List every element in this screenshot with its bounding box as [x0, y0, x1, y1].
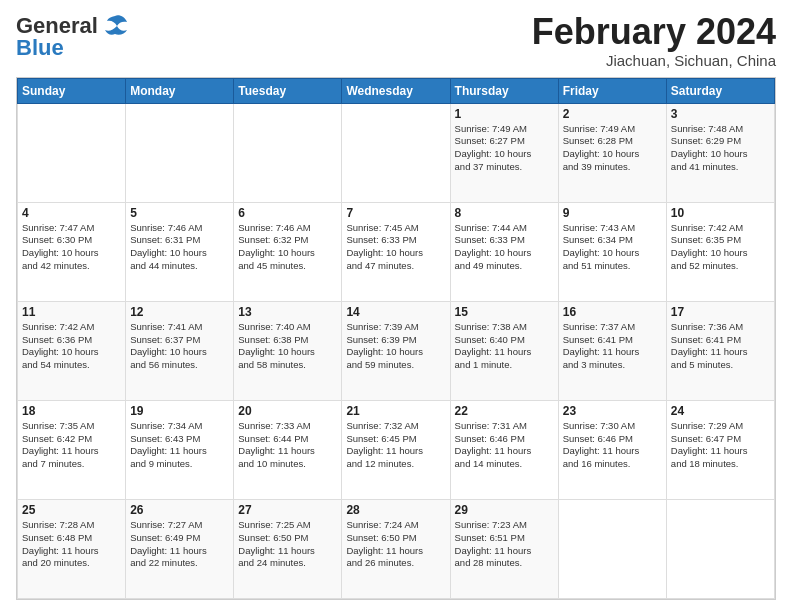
logo: General Blue — [16, 12, 129, 60]
calendar-cell: 22Sunrise: 7:31 AM Sunset: 6:46 PM Dayli… — [450, 400, 558, 499]
calendar: SundayMondayTuesdayWednesdayThursdayFrid… — [16, 77, 776, 600]
day-number: 2 — [563, 107, 662, 121]
page: General Blue February 2024 Jiachuan, Sic… — [0, 0, 792, 612]
day-info: Sunrise: 7:46 AM Sunset: 6:32 PM Dayligh… — [238, 222, 337, 273]
day-info: Sunrise: 7:40 AM Sunset: 6:38 PM Dayligh… — [238, 321, 337, 372]
header: General Blue February 2024 Jiachuan, Sic… — [16, 12, 776, 69]
calendar-cell: 18Sunrise: 7:35 AM Sunset: 6:42 PM Dayli… — [18, 400, 126, 499]
month-title: February 2024 — [532, 12, 776, 52]
day-number: 25 — [22, 503, 121, 517]
day-number: 13 — [238, 305, 337, 319]
day-number: 16 — [563, 305, 662, 319]
day-number: 18 — [22, 404, 121, 418]
day-info: Sunrise: 7:25 AM Sunset: 6:50 PM Dayligh… — [238, 519, 337, 570]
day-number: 9 — [563, 206, 662, 220]
calendar-header: SundayMondayTuesdayWednesdayThursdayFrid… — [18, 78, 775, 103]
day-info: Sunrise: 7:42 AM Sunset: 6:36 PM Dayligh… — [22, 321, 121, 372]
day-info: Sunrise: 7:49 AM Sunset: 6:28 PM Dayligh… — [563, 123, 662, 174]
day-number: 1 — [455, 107, 554, 121]
calendar-cell: 6Sunrise: 7:46 AM Sunset: 6:32 PM Daylig… — [234, 202, 342, 301]
day-info: Sunrise: 7:42 AM Sunset: 6:35 PM Dayligh… — [671, 222, 770, 273]
calendar-cell: 12Sunrise: 7:41 AM Sunset: 6:37 PM Dayli… — [126, 301, 234, 400]
day-info: Sunrise: 7:23 AM Sunset: 6:51 PM Dayligh… — [455, 519, 554, 570]
day-info: Sunrise: 7:24 AM Sunset: 6:50 PM Dayligh… — [346, 519, 445, 570]
calendar-cell — [666, 499, 774, 598]
day-info: Sunrise: 7:41 AM Sunset: 6:37 PM Dayligh… — [130, 321, 229, 372]
day-number: 7 — [346, 206, 445, 220]
calendar-cell: 28Sunrise: 7:24 AM Sunset: 6:50 PM Dayli… — [342, 499, 450, 598]
day-number: 20 — [238, 404, 337, 418]
day-info: Sunrise: 7:45 AM Sunset: 6:33 PM Dayligh… — [346, 222, 445, 273]
calendar-cell — [558, 499, 666, 598]
day-info: Sunrise: 7:36 AM Sunset: 6:41 PM Dayligh… — [671, 321, 770, 372]
weekday-tuesday: Tuesday — [234, 78, 342, 103]
weekday-saturday: Saturday — [666, 78, 774, 103]
calendar-cell: 25Sunrise: 7:28 AM Sunset: 6:48 PM Dayli… — [18, 499, 126, 598]
calendar-cell: 27Sunrise: 7:25 AM Sunset: 6:50 PM Dayli… — [234, 499, 342, 598]
calendar-cell: 11Sunrise: 7:42 AM Sunset: 6:36 PM Dayli… — [18, 301, 126, 400]
calendar-cell: 10Sunrise: 7:42 AM Sunset: 6:35 PM Dayli… — [666, 202, 774, 301]
day-number: 19 — [130, 404, 229, 418]
weekday-monday: Monday — [126, 78, 234, 103]
calendar-cell — [342, 103, 450, 202]
day-info: Sunrise: 7:27 AM Sunset: 6:49 PM Dayligh… — [130, 519, 229, 570]
calendar-cell: 24Sunrise: 7:29 AM Sunset: 6:47 PM Dayli… — [666, 400, 774, 499]
calendar-cell: 20Sunrise: 7:33 AM Sunset: 6:44 PM Dayli… — [234, 400, 342, 499]
calendar-cell — [126, 103, 234, 202]
calendar-cell: 19Sunrise: 7:34 AM Sunset: 6:43 PM Dayli… — [126, 400, 234, 499]
weekday-thursday: Thursday — [450, 78, 558, 103]
day-number: 11 — [22, 305, 121, 319]
location: Jiachuan, Sichuan, China — [532, 52, 776, 69]
week-row-0: 1Sunrise: 7:49 AM Sunset: 6:27 PM Daylig… — [18, 103, 775, 202]
day-number: 27 — [238, 503, 337, 517]
calendar-table: SundayMondayTuesdayWednesdayThursdayFrid… — [17, 78, 775, 599]
day-number: 12 — [130, 305, 229, 319]
day-info: Sunrise: 7:35 AM Sunset: 6:42 PM Dayligh… — [22, 420, 121, 471]
day-info: Sunrise: 7:34 AM Sunset: 6:43 PM Dayligh… — [130, 420, 229, 471]
calendar-cell: 21Sunrise: 7:32 AM Sunset: 6:45 PM Dayli… — [342, 400, 450, 499]
day-info: Sunrise: 7:28 AM Sunset: 6:48 PM Dayligh… — [22, 519, 121, 570]
day-info: Sunrise: 7:38 AM Sunset: 6:40 PM Dayligh… — [455, 321, 554, 372]
day-number: 17 — [671, 305, 770, 319]
day-info: Sunrise: 7:37 AM Sunset: 6:41 PM Dayligh… — [563, 321, 662, 372]
calendar-cell: 2Sunrise: 7:49 AM Sunset: 6:28 PM Daylig… — [558, 103, 666, 202]
calendar-cell: 7Sunrise: 7:45 AM Sunset: 6:33 PM Daylig… — [342, 202, 450, 301]
weekday-sunday: Sunday — [18, 78, 126, 103]
day-info: Sunrise: 7:31 AM Sunset: 6:46 PM Dayligh… — [455, 420, 554, 471]
calendar-cell: 5Sunrise: 7:46 AM Sunset: 6:31 PM Daylig… — [126, 202, 234, 301]
day-info: Sunrise: 7:33 AM Sunset: 6:44 PM Dayligh… — [238, 420, 337, 471]
day-number: 4 — [22, 206, 121, 220]
day-number: 8 — [455, 206, 554, 220]
day-number: 10 — [671, 206, 770, 220]
calendar-cell: 16Sunrise: 7:37 AM Sunset: 6:41 PM Dayli… — [558, 301, 666, 400]
day-number: 22 — [455, 404, 554, 418]
day-info: Sunrise: 7:48 AM Sunset: 6:29 PM Dayligh… — [671, 123, 770, 174]
day-info: Sunrise: 7:46 AM Sunset: 6:31 PM Dayligh… — [130, 222, 229, 273]
day-number: 26 — [130, 503, 229, 517]
week-row-2: 11Sunrise: 7:42 AM Sunset: 6:36 PM Dayli… — [18, 301, 775, 400]
calendar-cell: 4Sunrise: 7:47 AM Sunset: 6:30 PM Daylig… — [18, 202, 126, 301]
day-number: 21 — [346, 404, 445, 418]
day-info: Sunrise: 7:47 AM Sunset: 6:30 PM Dayligh… — [22, 222, 121, 273]
calendar-cell: 23Sunrise: 7:30 AM Sunset: 6:46 PM Dayli… — [558, 400, 666, 499]
calendar-cell: 13Sunrise: 7:40 AM Sunset: 6:38 PM Dayli… — [234, 301, 342, 400]
week-row-3: 18Sunrise: 7:35 AM Sunset: 6:42 PM Dayli… — [18, 400, 775, 499]
calendar-cell: 1Sunrise: 7:49 AM Sunset: 6:27 PM Daylig… — [450, 103, 558, 202]
calendar-cell: 26Sunrise: 7:27 AM Sunset: 6:49 PM Dayli… — [126, 499, 234, 598]
calendar-cell — [18, 103, 126, 202]
day-number: 6 — [238, 206, 337, 220]
week-row-1: 4Sunrise: 7:47 AM Sunset: 6:30 PM Daylig… — [18, 202, 775, 301]
weekday-friday: Friday — [558, 78, 666, 103]
day-info: Sunrise: 7:30 AM Sunset: 6:46 PM Dayligh… — [563, 420, 662, 471]
day-info: Sunrise: 7:39 AM Sunset: 6:39 PM Dayligh… — [346, 321, 445, 372]
calendar-cell: 15Sunrise: 7:38 AM Sunset: 6:40 PM Dayli… — [450, 301, 558, 400]
week-row-4: 25Sunrise: 7:28 AM Sunset: 6:48 PM Dayli… — [18, 499, 775, 598]
day-number: 3 — [671, 107, 770, 121]
day-number: 5 — [130, 206, 229, 220]
day-number: 29 — [455, 503, 554, 517]
calendar-cell: 14Sunrise: 7:39 AM Sunset: 6:39 PM Dayli… — [342, 301, 450, 400]
logo-blue-text: Blue — [16, 36, 129, 60]
weekday-wednesday: Wednesday — [342, 78, 450, 103]
weekday-row: SundayMondayTuesdayWednesdayThursdayFrid… — [18, 78, 775, 103]
day-info: Sunrise: 7:44 AM Sunset: 6:33 PM Dayligh… — [455, 222, 554, 273]
